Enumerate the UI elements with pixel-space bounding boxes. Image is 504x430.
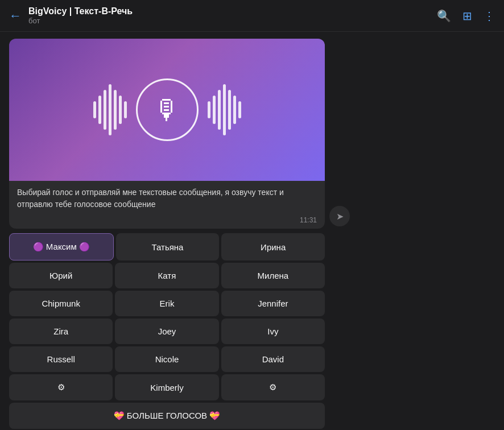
message-time: 11:31 bbox=[9, 216, 325, 229]
voice-row-5: Russell Nicole David bbox=[9, 346, 325, 372]
message-text: Выбирай голос и отправляй мне текстовые … bbox=[9, 181, 325, 216]
mic-circle: 🎙 bbox=[136, 78, 199, 141]
voice-btn-erik[interactable]: Erik bbox=[115, 291, 218, 316]
voice-btn-david[interactable]: David bbox=[221, 346, 325, 372]
search-icon[interactable]: 🔍 bbox=[437, 9, 451, 23]
message-bubble: 🎙 Выбирай голос и отправляй мне текстовы… bbox=[9, 39, 325, 229]
voice-row-1: 🟣 Максим 🟣 Татьяна Ирина bbox=[9, 233, 325, 261]
hero-image: 🎙 bbox=[9, 39, 325, 181]
header-info: BigVoicy | Текст-В-Речь бот bbox=[28, 6, 437, 25]
voice-btn-ivy[interactable]: Ivy bbox=[221, 319, 325, 344]
wave-bar bbox=[93, 101, 96, 118]
more-icon[interactable]: ⋮ bbox=[484, 9, 495, 23]
wave-bar bbox=[233, 96, 236, 124]
voice-btn-maksim[interactable]: 🟣 Максим 🟣 bbox=[9, 233, 114, 261]
wave-bar bbox=[119, 96, 122, 124]
voice-btn-zira[interactable]: Zira bbox=[9, 319, 113, 344]
wave-bar bbox=[109, 84, 111, 135]
voice-row-3: Chipmunk Erik Jennifer bbox=[9, 291, 325, 316]
wave-left bbox=[93, 84, 127, 135]
wave-bar bbox=[124, 101, 127, 118]
wave-bar bbox=[223, 84, 226, 135]
wave-bar bbox=[228, 90, 231, 130]
wave-bar bbox=[213, 96, 216, 124]
voice-btn-joey[interactable]: Joey bbox=[115, 319, 218, 344]
voice-btn-russell[interactable]: Russell bbox=[9, 346, 113, 372]
back-button[interactable]: ← bbox=[9, 10, 22, 22]
wave-bar bbox=[208, 101, 210, 118]
voice-btn-katya[interactable]: Катя bbox=[115, 263, 218, 288]
header: ← BigVoicy | Текст-В-Речь бот 🔍 ⊞ ⋮ bbox=[0, 0, 504, 32]
wave-bar bbox=[104, 90, 106, 130]
voice-btn-settings-right[interactable]: ⚙ bbox=[221, 374, 325, 400]
more-voices-button[interactable]: 💝 БОЛЬШЕ ГОЛОСОВ 💝 bbox=[9, 403, 325, 429]
voice-btn-irina[interactable]: Ирина bbox=[221, 233, 325, 261]
wave-bar bbox=[218, 90, 221, 130]
header-icons: 🔍 ⊞ ⋮ bbox=[437, 9, 495, 23]
voice-row-6: ⚙ Kimberly ⚙ bbox=[9, 374, 325, 400]
wave-bar bbox=[238, 101, 241, 118]
voice-btn-yuriy[interactable]: Юрий bbox=[9, 263, 113, 288]
voice-btn-jennifer[interactable]: Jennifer bbox=[221, 291, 325, 316]
voice-btn-nicole[interactable]: Nicole bbox=[115, 346, 218, 372]
header-title: BigVoicy | Текст-В-Речь bbox=[28, 6, 437, 16]
voice-btn-kimberly[interactable]: Kimberly bbox=[115, 374, 218, 400]
wave-bar bbox=[114, 90, 117, 130]
voice-btn-milena[interactable]: Милена bbox=[221, 263, 325, 288]
message-container: 🎙 Выбирай голос и отправляй мне текстовы… bbox=[9, 39, 495, 229]
voice-btn-tatyana[interactable]: Татьяна bbox=[116, 233, 220, 261]
wave-bar bbox=[98, 96, 101, 124]
header-subtitle: бот bbox=[28, 16, 437, 25]
chat-area: 🎙 Выбирай голос и отправляй мне текстовы… bbox=[0, 32, 504, 430]
voice-btn-chipmunk[interactable]: Chipmunk bbox=[9, 291, 113, 316]
microphone-icon: 🎙 bbox=[154, 94, 181, 126]
wave-right bbox=[208, 84, 241, 135]
forward-button[interactable]: ➤ bbox=[329, 206, 350, 226]
voice-btn-settings-left[interactable]: ⚙ bbox=[9, 374, 113, 400]
voice-row-4: Zira Joey Ivy bbox=[9, 319, 325, 344]
mic-container: 🎙 bbox=[93, 78, 241, 141]
voice-buttons: 🟣 Максим 🟣 Татьяна Ирина Юрий Катя Милен… bbox=[9, 233, 325, 429]
voice-row-2: Юрий Катя Милена bbox=[9, 263, 325, 288]
columns-icon[interactable]: ⊞ bbox=[462, 9, 472, 23]
